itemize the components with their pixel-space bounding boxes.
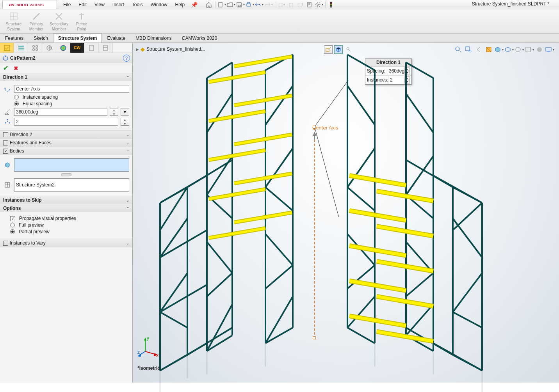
fm-tab-dimxpert[interactable] <box>42 43 56 53</box>
undo-icon[interactable]: ▾ <box>255 0 263 9</box>
equal-spacing-radio[interactable] <box>14 101 19 106</box>
menu-window[interactable]: Window <box>147 0 171 9</box>
direction2-checkbox[interactable] <box>3 132 8 137</box>
skip-header[interactable]: Instances to Skip⌄ <box>0 196 132 204</box>
options-file-icon[interactable] <box>305 0 314 9</box>
zoom-area-icon[interactable] <box>324 45 333 54</box>
tab-sketch[interactable]: Sketch <box>28 34 53 43</box>
tab-evaluate[interactable]: Evaluate <box>102 34 130 43</box>
structure-rack-right[interactable] <box>328 55 496 380</box>
new-icon[interactable]: ▾ <box>217 0 226 9</box>
svg-line-82 <box>265 86 293 125</box>
rebuild-icon[interactable]: ⬚ <box>287 0 295 9</box>
print-icon[interactable]: ▾ <box>246 0 254 9</box>
fm-tab-extra2[interactable] <box>98 43 112 53</box>
bodies-selection-field[interactable] <box>14 158 129 172</box>
svg-line-107 <box>234 213 292 222</box>
direction1-header[interactable]: Direction 1⌃ <box>0 73 132 81</box>
instances-spinner[interactable]: ▲▼ <box>121 118 129 126</box>
display-style-icon[interactable]: ▾ <box>494 45 504 54</box>
vary-header[interactable]: Instances to Vary⌄ <box>0 239 132 247</box>
settings-gear-icon[interactable]: ▾ <box>315 0 323 9</box>
help-icon[interactable]: ? <box>123 55 130 62</box>
reverse-direction-icon[interactable] <box>3 85 12 93</box>
zoom-window-icon[interactable] <box>464 45 473 54</box>
separator <box>275 2 275 8</box>
zoom-fit-icon[interactable] <box>454 45 463 54</box>
tab-features[interactable]: Features <box>0 34 28 43</box>
fm-tab-extra1[interactable] <box>84 43 98 53</box>
instance-spacing-radio[interactable] <box>14 95 19 99</box>
angle-icon <box>3 108 12 116</box>
rebuild-all-icon[interactable]: ⬚! <box>296 0 304 9</box>
tab-mbd-dimensions[interactable]: MBD Dimensions <box>130 34 177 43</box>
features-faces-header[interactable]: Features and Faces⌄ <box>0 139 132 147</box>
axis-field[interactable]: Center Axis <box>14 85 129 93</box>
instances-input[interactable]: 2 <box>14 118 118 126</box>
view-key-icon[interactable] <box>344 45 353 54</box>
cancel-button[interactable]: ✖ <box>14 65 18 71</box>
propagate-checkbox[interactable]: ✓ <box>10 216 15 221</box>
bodies-checkbox[interactable]: ✓ <box>3 149 8 154</box>
property-scroll[interactable]: Direction 1⌃ Center Axis Instance spacin… <box>0 73 132 383</box>
svg-line-67 <box>160 230 207 257</box>
menu-edit[interactable]: Edit <box>75 0 91 9</box>
menu-file[interactable]: File <box>59 0 75 9</box>
fm-tab-display[interactable] <box>56 43 70 53</box>
primary-member-button[interactable]: PrimaryMember <box>25 10 48 33</box>
screen-icon[interactable]: ▾ <box>545 45 554 54</box>
fm-tab-cw[interactable]: CW <box>70 43 84 53</box>
secondary-member-button[interactable]: SecondaryMember <box>48 10 70 33</box>
select-icon[interactable]: ⬚▾ <box>277 0 286 9</box>
structure-rack-left[interactable] <box>148 55 316 380</box>
pin-icon[interactable]: 📌 <box>191 2 198 8</box>
svg-rect-42 <box>326 48 329 51</box>
structure-system-field[interactable]: Structure System2 <box>14 178 129 192</box>
home-icon[interactable] <box>205 0 213 9</box>
fm-tab-feature-tree[interactable] <box>0 43 14 53</box>
section-view-icon[interactable] <box>484 45 493 54</box>
ok-button[interactable]: ✔ <box>3 64 8 72</box>
menu-tools[interactable]: Tools <box>128 0 147 9</box>
angle-dropdown[interactable]: ▾ <box>121 108 129 116</box>
scene-icon[interactable]: ▾ <box>525 45 534 54</box>
tab-camworks[interactable]: CAMWorks 2020 <box>177 34 222 43</box>
tab-structure-system[interactable]: Structure System <box>53 34 102 43</box>
view-orientation-label: *Isometric <box>137 365 160 371</box>
resize-grip[interactable] <box>61 173 71 176</box>
traffic-light-icon[interactable] <box>328 0 336 9</box>
previous-view-icon[interactable] <box>474 45 483 54</box>
partial-preview-radio[interactable] <box>10 229 15 234</box>
breadcrumb-expand-icon[interactable]: ▶ <box>136 47 139 51</box>
svg-line-84 <box>265 187 293 211</box>
fm-tab-property[interactable] <box>14 43 28 53</box>
direction2-header[interactable]: Direction 2⌄ <box>0 131 132 138</box>
svg-text:z: z <box>137 349 140 355</box>
breadcrumb[interactable]: ▶ ◆ Structure System_finished... <box>136 46 205 52</box>
svg-line-74 <box>160 312 187 328</box>
view-cube-icon[interactable] <box>334 45 343 54</box>
vary-checkbox[interactable] <box>3 241 8 246</box>
graphics-viewport[interactable]: ▶ ◆ Structure System_finished... ▾ ▾ ▾ ▾… <box>133 43 559 383</box>
angle-spinner[interactable]: ▲▼ <box>110 108 118 116</box>
menu-insert[interactable]: Insert <box>109 0 128 9</box>
full-preview-radio[interactable] <box>10 223 15 227</box>
angle-input[interactable]: 360.00deg <box>14 108 107 116</box>
orientation-triad[interactable]: y x z <box>137 336 159 358</box>
svg-line-140 <box>453 218 482 257</box>
appearance-icon[interactable]: ▾ <box>514 45 524 54</box>
features-faces-checkbox[interactable] <box>3 140 8 145</box>
hide-show-icon[interactable]: ▾ <box>504 45 514 54</box>
redo-icon[interactable]: ▾ <box>264 0 273 9</box>
quick-access-toolbar: ▾ ▾ ▾ ▾ ▾ ▾ ⬚▾ ⬚ ⬚! ▾ <box>205 0 336 9</box>
menu-help[interactable]: Help <box>171 0 189 9</box>
bodies-header[interactable]: ✓Bodies⌃ <box>0 147 132 155</box>
fm-tab-configuration[interactable] <box>28 43 42 53</box>
render-icon[interactable] <box>535 45 544 54</box>
open-icon[interactable]: ▾ <box>227 0 235 9</box>
save-icon[interactable]: ▾ <box>236 0 245 9</box>
menu-view[interactable]: View <box>91 0 109 9</box>
options-header[interactable]: Options⌃ <box>0 204 132 212</box>
structure-system-button[interactable]: StructureSystem <box>2 10 25 33</box>
pierce-point-button[interactable]: PiercePoint <box>70 10 93 33</box>
